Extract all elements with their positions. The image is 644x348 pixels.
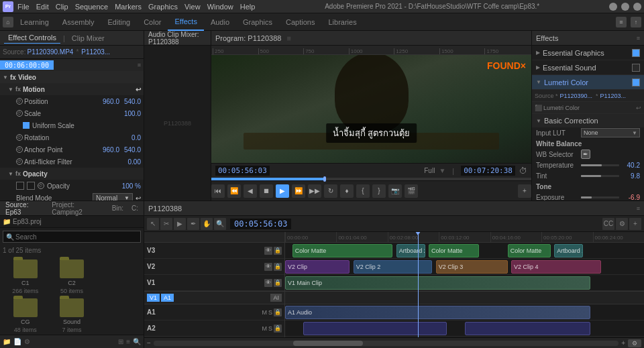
v1-lock-icon[interactable]: 🔒 [274, 279, 282, 287]
v2-eye-icon[interactable]: 👁 [264, 263, 272, 271]
essential-sound-checkbox[interactable] [632, 64, 640, 72]
automate-icon[interactable]: ⚙ [24, 338, 30, 345]
home-icon[interactable]: ⌂ [3, 17, 13, 27]
video-section-header[interactable]: fx Video [0, 71, 144, 83]
a1-lock-icon[interactable]: 🔒 [274, 308, 282, 316]
lumetri-color-checkbox[interactable] [632, 78, 640, 86]
hand-tool[interactable]: ✋ [201, 218, 213, 230]
v1-eye-icon[interactable]: 👁 [264, 279, 272, 287]
v3-clip-5[interactable]: Artboard 22.png [554, 244, 583, 257]
timeline-settings-btn[interactable]: ⚙ [628, 339, 641, 347]
a2-lock-icon[interactable]: 🔒 [274, 325, 282, 333]
rotation-value[interactable]: 0.0 [114, 134, 141, 141]
basic-correction-header[interactable]: ▼ Basic Correction [532, 114, 644, 127]
new-item-icon[interactable]: 📄 [13, 338, 21, 345]
opacity-header[interactable]: fx Opacity [0, 168, 144, 180]
scale-value[interactable]: 100.0 [114, 110, 141, 117]
a2-clip-2[interactable] [465, 322, 590, 335]
v3-clip-4[interactable]: Color Matte [508, 244, 551, 257]
clip-mixer-tab[interactable]: Clip Mixer [68, 33, 109, 44]
video-toggle-btn[interactable]: V1 [147, 294, 160, 302]
v2-clip-3[interactable]: V2 Clip 3 [436, 260, 508, 274]
search-input[interactable] [15, 233, 138, 241]
project-tab-c[interactable]: C: [129, 203, 141, 213]
wb-selector-btn[interactable]: ✒ [581, 150, 590, 159]
rotation-stopwatch[interactable]: ⏱ [16, 134, 23, 141]
step-forward-btn[interactable]: ⏩ [292, 184, 305, 198]
shuttle-left[interactable]: ◀ [244, 184, 257, 198]
v2-clip-2[interactable]: V2 Clip 2 [354, 260, 433, 274]
tab-captions[interactable]: Captions [279, 13, 321, 31]
anti-flicker-stopwatch[interactable]: ⏱ [16, 158, 23, 165]
v3-eye-icon[interactable]: 👁 [264, 247, 272, 255]
motion-triangle[interactable] [8, 86, 13, 92]
timeline-zoom-out[interactable]: − [147, 339, 151, 347]
v2-lock-icon[interactable]: 🔒 [274, 263, 282, 271]
motion-reset[interactable]: ↩ [136, 86, 141, 93]
input-lut-dropdown[interactable]: None ▼ [581, 128, 640, 137]
tint-slider[interactable] [581, 175, 619, 177]
opacity-triangle[interactable] [8, 171, 13, 176]
anchor-x[interactable]: 960.0 [93, 146, 119, 154]
essential-graphics-item[interactable]: ▶ Essential Graphics [532, 46, 644, 60]
anchor-stopwatch[interactable]: ⏱ [16, 146, 23, 153]
a2-solo-icon[interactable]: S [268, 325, 272, 332]
film-icon[interactable]: 🎬 [405, 184, 418, 198]
effect-controls-tab[interactable]: Effect Controls [4, 32, 60, 44]
track-select-tool[interactable]: ▶ [174, 218, 186, 230]
tab-graphics[interactable]: Graphics [236, 13, 279, 31]
close-button[interactable] [633, 3, 641, 11]
anti-flicker-value[interactable]: 0.00 [114, 158, 141, 166]
menu-clip[interactable]: Clip [56, 3, 68, 11]
ec-menu-icon[interactable]: ≡ [138, 62, 141, 68]
settings-btn[interactable]: ⚙ [616, 218, 628, 230]
effects-menu-icon[interactable]: ≡ [637, 35, 640, 42]
share-icon[interactable]: ↑ [631, 17, 641, 27]
loop-btn[interactable]: ↻ [324, 184, 337, 198]
menu-window[interactable]: Window [207, 3, 233, 11]
menu-file[interactable]: File [17, 3, 30, 11]
v3-clip-1[interactable]: Color Matte [292, 244, 393, 257]
position-stopwatch[interactable]: ⏱ [16, 98, 23, 105]
v3-lock-icon[interactable]: 🔒 [274, 247, 282, 255]
selection-tool[interactable]: ↖ [147, 218, 159, 230]
a2-clip-1[interactable] [303, 322, 447, 335]
opacity-stopwatch[interactable]: ⏱ [38, 182, 44, 189]
timeline-menu-icon[interactable]: ≡ [637, 205, 640, 212]
tab-libraries[interactable]: Libraries [321, 13, 363, 31]
timeline-zoom-in[interactable]: + [621, 339, 625, 347]
play-back-btn[interactable]: ⏪ [227, 184, 241, 198]
tab-learning[interactable]: Learning [13, 13, 56, 31]
timecode-out[interactable]: 00:07:20:38 [461, 166, 515, 176]
v2-clip-1[interactable]: V2 Clip [285, 260, 350, 274]
anchor-y[interactable]: 540.0 [121, 146, 141, 154]
essential-graphics-checkbox[interactable] [632, 49, 640, 57]
essential-sound-item[interactable]: ▶ Essential Sound [532, 60, 644, 75]
step-back-btn[interactable]: ⏮ [211, 184, 225, 198]
project-tab-source[interactable]: Source: Ep63 [3, 200, 46, 217]
play-btn[interactable]: ▶ [276, 184, 289, 198]
camera-icon[interactable]: 📷 [388, 184, 402, 198]
tab-audio[interactable]: Audio [204, 13, 236, 31]
menu-sequence[interactable]: Sequence [75, 3, 109, 11]
timecode-in[interactable]: 00:05:56:03 [215, 166, 270, 176]
captions-btn[interactable]: CC [602, 218, 614, 230]
ai-btn[interactable]: AI [270, 294, 282, 302]
opacity-value[interactable]: 100 % [114, 182, 141, 190]
zoom-tool[interactable]: 🔍 [214, 218, 226, 230]
add-marker-btn[interactable]: + [629, 218, 641, 230]
tab-color[interactable]: Color [137, 13, 168, 31]
marker-btn[interactable]: ♦ [340, 184, 354, 198]
project-item-sound[interactable]: Sound 7 items [49, 297, 94, 335]
v1-clip-main[interactable]: V1 Main Clip [285, 276, 590, 290]
video-triangle[interactable] [3, 74, 8, 80]
menu-edit[interactable]: Edit [36, 3, 49, 11]
zoom-dropdown[interactable]: Full [424, 167, 435, 174]
audio-toggle-btn[interactable]: A1 [161, 294, 174, 302]
scale-stopwatch[interactable]: ⏱ [16, 110, 23, 117]
exposure-slider[interactable] [581, 196, 619, 198]
opacity-blend-box2[interactable] [27, 182, 35, 190]
a1-mute-icon[interactable]: M [262, 309, 267, 316]
a1-clip-1[interactable]: A1 Audio [285, 306, 590, 319]
menu-help[interactable]: Help [240, 3, 256, 11]
